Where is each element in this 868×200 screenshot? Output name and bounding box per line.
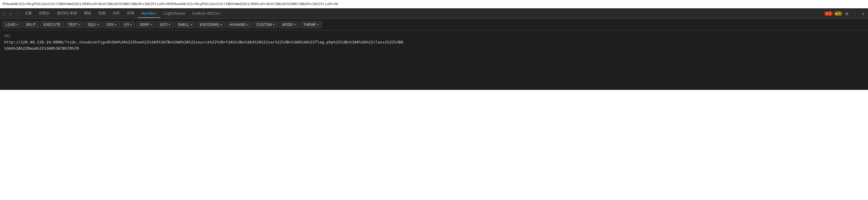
hashing-button[interactable]: HASHING ▾ [226,22,252,28]
warn-count: 1 [838,12,841,15]
theme-button[interactable]: THEME ▾ [300,22,322,28]
url-highlight-prefix: sid= [67,40,76,44]
ssti-dropdown-arrow: ▾ [169,23,170,26]
tab-elements[interactable]: 元素 [21,9,35,18]
sqli-button[interactable]: SQLI ▾ [85,22,102,28]
shell-button[interactable]: SHELL ▾ [175,22,195,28]
ssrf-dropdown-arrow: ▾ [150,23,152,26]
custom-dropdown-arrow: ▾ [273,23,274,26]
lfi-dropdown-arrow: ▾ [130,23,132,26]
tab-memory[interactable]: 内存 [109,9,123,18]
mode-button[interactable]: MODE ▾ [279,22,299,28]
shell-dropdown-arrow: ▾ [191,23,192,26]
tab-cookie-editor[interactable]: Cookie-Editor [189,9,224,18]
load-button[interactable]: LOAD ▾ [2,22,22,28]
encoding-dropdown-arrow: ▾ [220,23,222,26]
mode-dropdown-arrow: ▾ [294,23,296,26]
test-dropdown-arrow: ▾ [79,23,80,26]
tab-sources[interactable]: 源代码/来源 [53,9,81,18]
devtools-right-controls: ⊗ 1 ▬ 1 ⚙ ⋮ ✕ [824,9,866,17]
tab-network[interactable]: 网络 [81,9,95,18]
tab-separator-1: | [15,11,21,16]
custom-button[interactable]: CUSTOM ▾ [253,22,278,28]
device-icon[interactable]: ☐ [8,10,12,17]
ssti-button[interactable]: SSTI ▾ [156,22,174,28]
execute-button[interactable]: EXECUTE [40,22,64,28]
xss-dropdown-arrow: ▾ [115,23,116,26]
url-bar-text: PD9waHAKJGZsYWcgPSAiZmxhZ3tlINDVhNmQ3OS1… [2,2,338,6]
url-before-highlight: http://120.48.128.24:9090/? [4,40,67,44]
devtools-icon-group: ⬚ ☐ [2,10,13,17]
hackbar-main: URL http://120.48.128.24:9090/?sid=_show… [0,30,868,90]
hackbar-toolbar: LOAD ▾ SPLIT EXECUTE TEST ▾ SQLI ▾ XSS ▾… [0,19,868,30]
sqli-dropdown-arrow: ▾ [97,23,99,26]
close-icon[interactable]: ✕ [860,10,866,17]
inspect-icon[interactable]: ⬚ [2,10,6,17]
split-button[interactable]: SPLIT [23,22,39,28]
hashing-dropdown-arrow: ▾ [247,23,248,26]
lfi-button[interactable]: LFI ▾ [121,22,135,28]
error-badge: ⊗ 1 [824,11,833,16]
warn-badge: ▬ 1 [834,11,842,16]
error-count: 1 [829,12,831,15]
load-dropdown-arrow: ▾ [17,23,18,26]
url-label: URL [4,34,864,38]
settings-icon[interactable]: ⚙ [843,9,850,17]
divider-icon: ⋮ [851,10,859,17]
devtools-tabbar: ⬚ ☐ | 元素 控制台 源代码/来源 网络 性能 内存 应用 HackBar … [0,8,868,19]
test-button[interactable]: TEST ▾ [65,22,84,28]
tab-hackbar[interactable]: HackBar [138,9,160,18]
browser-url-bar: PD9waHAKJGZsYWcgPSAiZmxhZ3tlINDVhNmQ3OS1… [0,0,868,8]
warn-icon: ▬ [836,12,838,15]
theme-dropdown-arrow: ▾ [317,23,318,26]
encoding-button[interactable]: ENCODING ▾ [196,22,225,28]
tab-performance[interactable]: 性能 [95,9,109,18]
url-highlighted-word: _show [77,40,88,44]
url-text: http://120.48.128.24:9090/?sid=_show&con… [4,39,864,52]
tab-console[interactable]: 控制台 [35,9,53,18]
tab-application[interactable]: 应用 [123,9,138,18]
ssrf-button[interactable]: SSRF ▾ [136,22,155,28]
tab-lighthouse[interactable]: Lighthouse [160,9,189,18]
xss-button[interactable]: XSS ▾ [103,22,120,28]
error-icon: ⊗ [826,12,828,15]
